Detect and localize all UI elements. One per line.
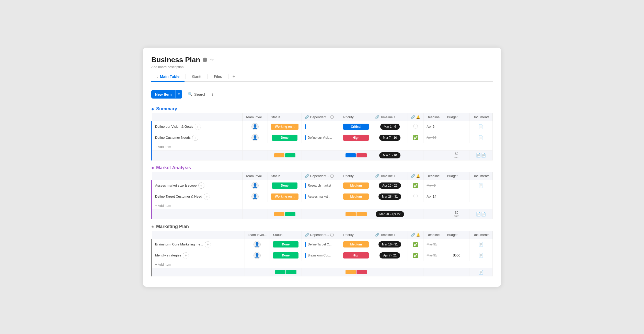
section-collapse-icon[interactable]: ◈: [151, 224, 154, 229]
add-item-label[interactable]: + Add Item: [152, 261, 245, 268]
status-cell[interactable]: Done: [270, 239, 302, 250]
priority-badge: High: [343, 135, 369, 141]
doc-icon[interactable]: 📄: [478, 253, 484, 257]
documents-cell[interactable]: 📄: [469, 239, 493, 250]
col-header-deadline-check: 🔗 🔔: [408, 231, 423, 239]
col-header-documents: Documents: [469, 113, 493, 121]
tab-files[interactable]: Files: [209, 72, 227, 82]
link-icon-dep: 🔗: [305, 233, 309, 237]
priority-cell[interactable]: Critical: [340, 121, 372, 132]
star-icon[interactable]: ☆: [210, 57, 214, 63]
add-item-row[interactable]: + Add Item: [152, 143, 493, 150]
deadline-cell: Mar 31: [423, 250, 444, 261]
item-name-cell[interactable]: Assess market size & scope +: [152, 180, 243, 191]
timeline-badge: Apr 15 - 22: [379, 182, 401, 189]
summary-totals-name: [152, 268, 245, 276]
dep-info-icon[interactable]: i: [330, 174, 334, 178]
priority-bar: [356, 270, 367, 274]
add-person-icon[interactable]: +: [205, 241, 211, 247]
documents-cell[interactable]: 📄: [469, 132, 493, 143]
item-name-cell[interactable]: Brainstorm Core Marketing me... +: [152, 239, 245, 250]
item-name-cell[interactable]: Identify strategies +: [152, 250, 245, 261]
dep-info-icon[interactable]: i: [330, 115, 334, 119]
table-row: Define Customer Needs + 👤 Done Define ou…: [152, 132, 493, 143]
table-row: Define Target Customer & Need + 👤 Workin…: [152, 191, 493, 202]
link-icon-deadline: 🔗: [411, 174, 415, 178]
sections-root: ◆ Summary Team Invol... Status 🔗 Depende…: [151, 104, 493, 276]
deadline-check-empty: [413, 194, 418, 198]
item-name-cell[interactable]: Define our Vision & Goals +: [152, 121, 243, 132]
doc-icon[interactable]: 📄: [478, 242, 484, 246]
sum-label: sum: [447, 214, 466, 218]
documents-cell[interactable]: 📄: [469, 121, 493, 132]
dep-bar: [305, 135, 306, 140]
summary-totals-dependent: [302, 268, 340, 276]
section-collapse-icon[interactable]: ◆: [151, 166, 154, 170]
dep-info-icon[interactable]: i: [330, 233, 334, 236]
doc-icon[interactable]: 📄: [478, 183, 484, 188]
status-bars: [273, 270, 298, 274]
doc-icon[interactable]: 📄: [478, 135, 484, 140]
bell-icon: 🔔: [416, 115, 420, 119]
deadline-check-cell: ✅: [408, 132, 423, 143]
add-item-label[interactable]: + Add Item: [152, 202, 243, 209]
tab-files-label: Files: [214, 74, 222, 79]
col-header-name: [152, 113, 243, 121]
status-cell[interactable]: Working on it: [268, 191, 302, 202]
summary-doc-icon: 📄: [476, 212, 481, 216]
summary-totals-budget: $0sum: [444, 209, 469, 219]
status-cell[interactable]: Done: [268, 132, 302, 143]
priority-cell[interactable]: Medium: [340, 191, 372, 202]
section-title: Summary: [156, 106, 177, 112]
search-button[interactable]: 🔍 Search: [185, 90, 209, 98]
documents-cell[interactable]: [469, 191, 493, 202]
doc-icon[interactable]: 📄: [478, 124, 484, 129]
item-name-cell[interactable]: Define Target Customer & Need +: [152, 191, 243, 202]
status-bar: [285, 153, 295, 157]
summary-totals-check: [408, 268, 423, 276]
priority-cell[interactable]: Medium: [340, 180, 372, 191]
add-item-label[interactable]: + Add Item: [152, 143, 243, 150]
board-header: Business Plan i ☆ Add board description …: [151, 56, 493, 82]
add-person-icon[interactable]: +: [198, 182, 204, 189]
board-description[interactable]: Add board description: [151, 65, 493, 69]
status-cell[interactable]: Working on it: [268, 121, 302, 132]
add-item-spacer: [243, 143, 493, 150]
add-person-icon[interactable]: +: [204, 193, 210, 200]
documents-cell[interactable]: 📄: [469, 180, 493, 191]
timeline-badge: Mar 28 - 31: [378, 193, 401, 200]
col-header-team: Team Invol...: [243, 113, 268, 121]
add-person-icon[interactable]: +: [192, 135, 198, 141]
section-market: ◆ Market Analysis Team Invol... Status 🔗…: [151, 163, 493, 219]
tab-gantt[interactable]: Gantt: [187, 72, 206, 82]
status-cell[interactable]: Done: [268, 180, 302, 191]
add-item-row[interactable]: + Add Item: [152, 202, 493, 209]
dep-text: Define our Visio...: [308, 136, 332, 139]
item-name-cell[interactable]: Define Customer Needs +: [152, 132, 243, 143]
add-item-spacer: [243, 202, 493, 209]
tab-add-button[interactable]: +: [229, 72, 238, 81]
table-row: Identify strategies + 👤 Done Brainstorm …: [152, 250, 493, 261]
tab-main-table-label: Main Table: [160, 74, 179, 79]
summary-totals-docs: 📄📄: [469, 209, 493, 219]
dep-text: -: [308, 125, 309, 128]
priority-cell[interactable]: High: [340, 250, 372, 261]
team-cell: 👤: [243, 180, 268, 191]
documents-cell[interactable]: 📄: [469, 250, 493, 261]
add-person-icon[interactable]: +: [183, 252, 189, 258]
deadline-cell: Mar 31: [423, 239, 444, 250]
tab-main-table[interactable]: ⌂ Main Table: [151, 72, 185, 82]
add-person-icon[interactable]: +: [195, 124, 201, 130]
section-header: ◆ Summary: [151, 104, 493, 113]
info-icon[interactable]: i: [203, 58, 207, 62]
new-item-button[interactable]: New Item ▾: [151, 90, 182, 99]
section-collapse-icon[interactable]: ◆: [151, 107, 154, 111]
summary-totals-priority: [340, 268, 372, 276]
add-item-row[interactable]: + Add Item: [152, 261, 493, 268]
data-table: Team Invol... Status 🔗 Dependent... i Pr…: [151, 113, 493, 160]
priority-cell[interactable]: Medium: [340, 239, 372, 250]
new-item-arrow[interactable]: ▾: [175, 90, 182, 98]
status-cell[interactable]: Done: [270, 250, 302, 261]
priority-cell[interactable]: High: [340, 132, 372, 143]
col-header-deadline-check: 🔗 🔔: [408, 113, 423, 121]
